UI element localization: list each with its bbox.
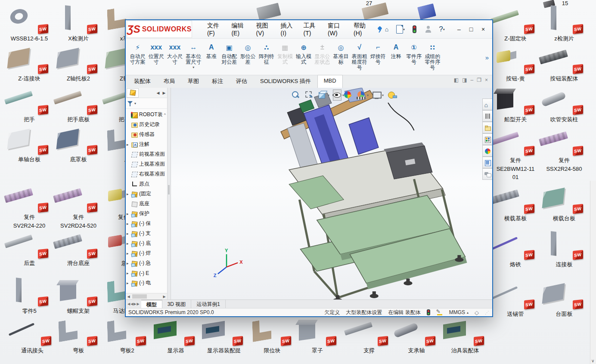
command-tab[interactable]: 标注 bbox=[205, 75, 230, 88]
tree-item[interactable]: ▸ (固定 bbox=[126, 189, 167, 199]
title-bar[interactable]: ƷS SOLIDWORKS 文件(F) 编辑(E) 视图(V) 插入(I) 工具… bbox=[126, 20, 492, 39]
assembly-tree-tab[interactable] bbox=[127, 88, 139, 98]
desktop-icon[interactable]: SW 送锡管 bbox=[490, 280, 540, 318]
sheet-tab[interactable]: 3D 视图 bbox=[162, 300, 192, 308]
task-pane-button[interactable] bbox=[482, 122, 492, 133]
hud-button[interactable]: ▾ bbox=[332, 93, 340, 98]
ribbon-button[interactable]: ± 显示公差状态 bbox=[313, 40, 332, 74]
menu-item[interactable]: 视图(V) bbox=[252, 20, 275, 38]
tree-item[interactable]: ▸ 右视基准面 bbox=[126, 169, 167, 179]
tree-item[interactable]: ▸ (-) E bbox=[126, 268, 167, 278]
tree-item[interactable]: ▸ 历史记录 bbox=[126, 120, 167, 130]
ribbon-button[interactable]: ⚡ 自动尺寸方案 bbox=[128, 40, 147, 74]
ribbon-button[interactable]: ↔ 基本位置尺寸 ▾ bbox=[184, 40, 203, 74]
desktop-icon[interactable]: SW Z轴托板2 bbox=[53, 44, 103, 83]
ribbon-button[interactable]: ▦ 复制模式 bbox=[276, 40, 294, 74]
menu-item[interactable]: 工具(T) bbox=[300, 20, 323, 38]
doc-restore-button[interactable]: ❐ bbox=[477, 77, 481, 83]
unit-system-selector[interactable]: MMGS ▴ bbox=[449, 309, 469, 315]
sheet-tab[interactable]: 模型 bbox=[141, 300, 162, 308]
desktop-icon[interactable]: SW 支撑 bbox=[344, 316, 394, 355]
expand-arrow-icon[interactable]: ▸ bbox=[127, 271, 131, 275]
menu-item[interactable]: 插入(I) bbox=[277, 20, 298, 38]
expand-arrow-icon[interactable]: ▸ bbox=[127, 192, 131, 196]
ribbon-button[interactable]: ∴ 阵列特征 bbox=[257, 40, 276, 74]
expand-arrow-icon[interactable]: ▸ bbox=[127, 251, 131, 256]
task-pane-button[interactable]: ⌂ bbox=[482, 99, 492, 110]
command-tab[interactable]: 评估 bbox=[230, 75, 254, 88]
desktop-icon[interactable]: SW WSSB12-6-1.5 bbox=[4, 4, 54, 43]
tree-collapse-icon[interactable]: ^ bbox=[164, 113, 167, 117]
desktop-icon[interactable]: SW 弯板2 bbox=[102, 316, 152, 355]
tree-item[interactable]: ▸ 传感器 bbox=[126, 130, 167, 139]
help-menu[interactable]: ?▾ bbox=[437, 25, 447, 34]
scroll-left-icon[interactable]: ◀ bbox=[126, 295, 131, 299]
expand-arrow-icon[interactable]: ▸ bbox=[127, 231, 131, 236]
desktop-icon[interactable]: SW 船型开关 bbox=[490, 85, 540, 124]
hud-button[interactable] bbox=[387, 90, 397, 100]
menu-item[interactable]: 窗口(W) bbox=[324, 20, 348, 38]
command-tab[interactable]: 草图 bbox=[181, 75, 205, 88]
desktop-icon[interactable]: SW 零件5 bbox=[4, 277, 54, 315]
desktop-icon[interactable]: SW Z-连接块 bbox=[4, 44, 54, 83]
pin-menubar-icon[interactable] bbox=[376, 26, 382, 33]
tree-item[interactable]: ▸ 注解 bbox=[126, 139, 167, 149]
ribbon-overflow-button[interactable]: » bbox=[483, 54, 491, 61]
maximize-button[interactable]: □ bbox=[466, 26, 477, 33]
tree-root-item[interactable]: ROBOT装 ^ bbox=[126, 110, 167, 120]
desktop-icon[interactable]: SW 后盖 bbox=[4, 229, 54, 268]
desktop-icon[interactable]: SW 连接板 bbox=[539, 230, 589, 269]
tree-item[interactable]: ▸ (-) 电 bbox=[126, 278, 167, 288]
tree-item[interactable]: ▸ 保护 bbox=[126, 209, 167, 219]
desktop-icon[interactable]: SW 台面板 bbox=[539, 280, 589, 318]
desktop-icon[interactable]: SW 罩子 bbox=[292, 316, 342, 355]
desktop-icon[interactable]: SW 滑台底座 bbox=[53, 229, 103, 268]
filter-dropdown-icon[interactable]: ▾ bbox=[134, 102, 136, 105]
ribbon-button[interactable]: xxx 位置尺寸 bbox=[147, 40, 165, 74]
tree-item[interactable]: ▸ (-) 焊 bbox=[126, 248, 167, 258]
desktop-icon[interactable]: SW 把手底板 bbox=[53, 85, 103, 124]
desktop-icon[interactable]: SW 横载台板 bbox=[539, 184, 589, 223]
ribbon-button[interactable]: √ 表面粗糙度符号 bbox=[350, 40, 369, 74]
sheet-nav-arrow-icon[interactable]: ◀ bbox=[127, 302, 130, 306]
doc-close-button[interactable]: × bbox=[485, 77, 488, 83]
desktop-icon[interactable]: SW 限位块 bbox=[247, 316, 297, 355]
desktop-icon[interactable]: SW 把手 bbox=[4, 85, 54, 124]
resize-grip[interactable]: ⋰ bbox=[485, 310, 490, 315]
filter-funnel-icon[interactable] bbox=[127, 101, 133, 106]
pane-left-icon[interactable]: ◧ bbox=[454, 77, 459, 83]
home-icon[interactable]: ⌂ bbox=[382, 25, 391, 34]
desktop-icon[interactable]: SW 按钮装配体 bbox=[539, 44, 589, 83]
graphics-viewport[interactable]: Y X Z bbox=[171, 88, 492, 299]
task-pane-button[interactable] bbox=[482, 145, 492, 157]
desktop-icon[interactable]: SW 通讯接头 bbox=[7, 316, 57, 355]
desktop-icon[interactable]: SW 复件 SSX2R24-580 bbox=[539, 126, 589, 173]
tree-item[interactable]: ▸ 原点 bbox=[126, 179, 167, 189]
scroll-down-icon[interactable]: ∨ bbox=[591, 358, 594, 363]
desktop-icon[interactable]: SW 按钮-黄 bbox=[490, 44, 540, 83]
tree-item[interactable]: ▸ (-) 保 bbox=[126, 219, 167, 228]
expand-arrow-icon[interactable]: ▸ bbox=[127, 222, 131, 226]
ribbon-button[interactable]: A 基准 bbox=[203, 40, 220, 74]
command-tab[interactable]: MBD bbox=[317, 75, 343, 88]
ribbon-button[interactable]: ∷ 成组的零件序号 bbox=[423, 40, 442, 74]
expand-arrow-icon[interactable]: ▸ bbox=[127, 212, 131, 216]
ribbon-button[interactable]: ⊕ 输入模式 bbox=[295, 40, 313, 74]
user-account-icon[interactable] bbox=[423, 25, 433, 34]
task-pane-button[interactable] bbox=[482, 157, 492, 168]
desktop-icon[interactable]: SW 横载基板 bbox=[490, 184, 540, 223]
assembly-3d-model[interactable]: Y X Z bbox=[171, 88, 492, 299]
scroll-right-icon[interactable]: ▶ bbox=[161, 295, 167, 299]
desktop-icon[interactable]: SW 螺帽支架 bbox=[53, 277, 103, 315]
ribbon-button[interactable]: ◎ 基准目标 bbox=[332, 40, 350, 74]
ribbon-button[interactable]: A 注释 bbox=[387, 40, 404, 74]
doc-minimize-button[interactable]: – bbox=[471, 77, 474, 83]
desktop-icon[interactable]: SW 吹管安装柱 bbox=[539, 85, 589, 124]
desktop-icon[interactable]: SW 治具装配体 bbox=[440, 316, 490, 355]
tab-scroll-left-icon[interactable]: ◀ bbox=[155, 91, 161, 95]
desktop-icon[interactable]: SW 支承轴 bbox=[391, 316, 441, 355]
tree-item[interactable]: ▸ (-) 急 bbox=[126, 258, 167, 268]
desktop-icon[interactable]: SW 复件 SV2R24-220 bbox=[4, 183, 54, 230]
ribbon-button[interactable]: ① 零件序号 bbox=[404, 40, 423, 74]
connection-status-icon[interactable] bbox=[410, 25, 419, 34]
